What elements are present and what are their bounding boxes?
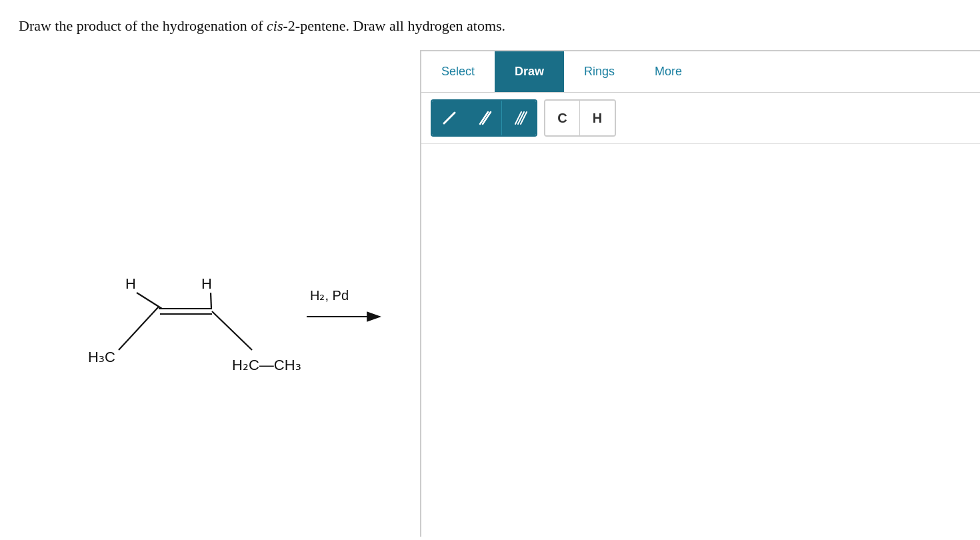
question-italic: cis	[267, 17, 283, 34]
tools-row: C H	[421, 93, 980, 144]
h2c-label: H₂C—CH₃	[232, 357, 301, 373]
tab-select[interactable]: Select	[421, 51, 495, 92]
carbon-button[interactable]: C	[545, 101, 580, 135]
toolbar: Select Draw Rings More	[421, 51, 980, 93]
single-bond-icon	[440, 109, 459, 127]
triple-bond-button[interactable]	[501, 101, 536, 135]
svg-line-4	[211, 293, 211, 309]
reagent-label: H₂, Pd	[310, 288, 349, 303]
h-top-right: H	[201, 275, 212, 292]
molecule-area: H₃C H H H₂C—CH₃ H₂, Pd	[0, 50, 420, 537]
bond-tool-group	[431, 99, 537, 137]
triple-bond-icon	[510, 109, 529, 127]
h3c-label: H₃C	[88, 349, 115, 365]
hydrogen-button[interactable]: H	[580, 101, 615, 135]
drawing-panel: Select Draw Rings More	[420, 50, 980, 537]
svg-line-8	[444, 113, 455, 123]
svg-line-0	[119, 307, 159, 350]
question-text-before: Draw the product of the hydrogenation of	[19, 17, 267, 34]
tab-draw[interactable]: Draw	[495, 51, 564, 92]
single-bond-button[interactable]	[432, 101, 467, 135]
molecule-svg: H₃C H H H₂C—CH₃ H₂, Pd	[40, 70, 427, 443]
h-top-left: H	[125, 275, 136, 292]
svg-line-1	[137, 293, 162, 309]
svg-line-5	[212, 311, 252, 350]
atom-tool-group: C H	[544, 99, 616, 137]
question-text: Draw the product of the hydrogenation of…	[0, 0, 980, 37]
tab-more[interactable]: More	[635, 51, 702, 92]
question-text-after: -2-pentene. Draw all hydrogen atoms.	[283, 17, 506, 34]
main-content: H₃C H H H₂C—CH₃ H₂, Pd	[0, 50, 980, 537]
double-bond-button[interactable]	[467, 101, 501, 135]
canvas-area[interactable]	[421, 144, 980, 537]
double-bond-icon	[475, 109, 493, 127]
tab-rings[interactable]: Rings	[564, 51, 635, 92]
